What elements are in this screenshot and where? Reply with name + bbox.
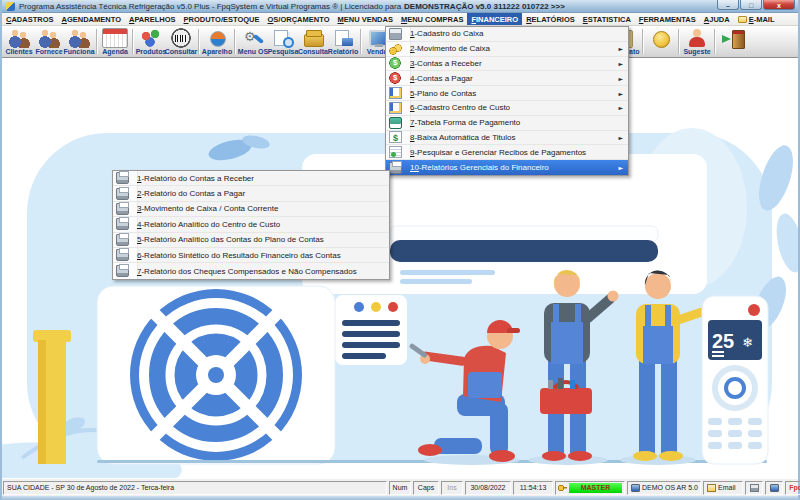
- toolbar-funcionarios[interactable]: Funciona: [64, 26, 94, 57]
- submenu-item[interactable]: 5-Relatório Analítico das Contas do Plan…: [113, 233, 389, 248]
- status-city: SUA CIDADE - SP 30 de Agosto de 2022 - T…: [3, 481, 387, 495]
- menubar-item[interactable]: OS/ORÇAMENTO: [264, 13, 334, 25]
- condenser-fan: [97, 286, 335, 464]
- status-network[interactable]: [765, 481, 783, 495]
- suppliers-icon: [36, 28, 62, 48]
- payment-form-icon: [389, 117, 402, 129]
- report-icon: [330, 28, 356, 48]
- close-button[interactable]: x: [763, 0, 795, 10]
- printer-icon: [116, 188, 129, 200]
- submenu-item[interactable]: 7-Relatório dos Cheques Compensados e Nã…: [113, 263, 389, 278]
- menubar-item[interactable]: FERRAMENTAS: [635, 13, 700, 25]
- tools-icon: [240, 28, 266, 48]
- toolbar-agenda[interactable]: Agenda: [100, 26, 130, 57]
- license-text: DEMONSTRAÇÃO v5.0 311222 010722 >>>: [404, 2, 565, 11]
- toolbar-moedas[interactable]: [646, 26, 676, 57]
- auto-settle-icon: [389, 131, 402, 143]
- toolbar-separator: [198, 29, 200, 54]
- status-date: 30/08/2022: [465, 481, 511, 495]
- minimize-button[interactable]: –: [717, 0, 739, 10]
- relatorios-gerenciais-submenu: 1-Relatório do Contas a Receber► 2-Relat…: [112, 170, 390, 280]
- toolbar-separator: [360, 29, 362, 54]
- menubar-item[interactable]: PRODUTO/ESTOQUE: [180, 13, 264, 25]
- portable-ac-unit: 25 ❄: [702, 296, 768, 464]
- submenu-item[interactable]: 1-Relatório do Contas a Receber►: [113, 171, 389, 186]
- status-printer[interactable]: [745, 481, 763, 495]
- toolbar-aparelho[interactable]: Aparelho: [202, 26, 232, 57]
- submenu-item[interactable]: 6-Relatório Sintético do Resultado Finan…: [113, 248, 389, 263]
- app-window: Programa Assistência Técnica Refrigeraçã…: [0, 0, 800, 500]
- email-menu-icon: [738, 16, 747, 23]
- device-icon: [204, 28, 230, 48]
- toolbar-separator: [678, 29, 680, 54]
- toolbar-left-group: Clientes Fornece Funciona Agenda Produto…: [4, 26, 424, 57]
- toolbar-separator: [642, 29, 644, 54]
- submenu-item[interactable]: 4-Relatório Analítico do Centro de Custo…: [113, 217, 389, 232]
- archive-icon: [300, 28, 326, 48]
- menubar-item[interactable]: ESTATISTICA: [579, 13, 635, 25]
- submenu-arrow-icon: ►: [618, 75, 623, 82]
- exit-icon: [720, 28, 746, 48]
- menu-item[interactable]: 5-Plano de Contas►: [386, 86, 628, 101]
- app-icon: [6, 2, 15, 11]
- window-frame-bottom: [2, 496, 798, 500]
- submenu-arrow-icon: ►: [618, 134, 623, 141]
- ledger-icon: [389, 87, 402, 99]
- menubar-item[interactable]: MENU VENDAS: [333, 13, 396, 25]
- menubar-item[interactable]: E-MAIL: [734, 13, 779, 25]
- snowflake-icon: ❄: [742, 335, 753, 350]
- toolbar-consulta[interactable]: Consulta: [298, 26, 328, 57]
- menu-item[interactable]: 4-Contas a Pagar►: [386, 71, 628, 86]
- toolbar-fornecedores[interactable]: Fornece: [34, 26, 64, 57]
- maximize-button[interactable]: □: [740, 0, 762, 10]
- printer-icon: [389, 162, 402, 174]
- products-icon: [138, 28, 164, 48]
- menubar-item[interactable]: MENU COMPRAS: [397, 13, 468, 25]
- toolbar-relatorio[interactable]: Relatório: [328, 26, 358, 57]
- menu-item[interactable]: 2-Movimento de Caixa►: [386, 42, 628, 57]
- submenu-item[interactable]: 3-Movimento de Caixa / Conta Corrente►: [113, 202, 389, 217]
- submenu-arrow-icon: ►: [618, 164, 623, 171]
- toolbar-sair[interactable]: [718, 26, 748, 57]
- toolbar-produtos[interactable]: Produtos: [136, 26, 166, 57]
- titlebar: Programa Assistência Técnica Refrigeraçã…: [2, 0, 798, 13]
- submenu-arrow-icon: ►: [618, 104, 623, 111]
- menubar-item[interactable]: AGENDAMENTO: [58, 13, 125, 25]
- toolbar-consultar[interactable]: Consultar: [166, 26, 196, 57]
- menubar-item[interactable]: CADASTROS: [2, 13, 58, 25]
- menu-item[interactable]: 6-Cadastro Centro de Custo►: [386, 101, 628, 116]
- menubar-item[interactable]: RELATÓRIOS: [522, 13, 579, 25]
- status-brand: FpqSystem: [785, 481, 800, 495]
- monitor-icon: [631, 484, 640, 492]
- toolbar-pesquisa[interactable]: Pesquisa: [268, 26, 298, 57]
- toolbar-clientes[interactable]: Clientes: [4, 26, 34, 57]
- printer-icon: [116, 218, 129, 230]
- ledger2-icon: [389, 102, 402, 114]
- menu-item[interactable]: 1-Cadastro do Caixa►: [386, 27, 628, 42]
- calendar-icon: [102, 28, 128, 48]
- menu-item[interactable]: 7-Tabela Forma de Pagamento►: [386, 116, 628, 131]
- toolbar-right-group: Contrato Sugeste: [610, 26, 748, 57]
- employees-icon: [66, 28, 92, 48]
- menu-item[interactable]: 9-Pesquisar e Gerenciar Recibos de Pagam…: [386, 145, 628, 160]
- ac-temperature: 25: [712, 330, 734, 352]
- key-icon: [558, 484, 567, 492]
- menubar-item[interactable]: APARELHOS: [125, 13, 180, 25]
- yellow-column: [33, 330, 71, 464]
- toolbar-separator: [132, 29, 134, 54]
- menubar-item[interactable]: FINANCEIRO: [467, 13, 522, 25]
- printer-icon: [116, 234, 129, 246]
- toolbar-menu-os[interactable]: Menu OS: [238, 26, 268, 57]
- toolbar-sugestao[interactable]: Sugeste: [682, 26, 712, 57]
- toolbar-separator: [714, 29, 716, 54]
- submenu-item[interactable]: 2-Relatório do Contas a Pagar►: [113, 186, 389, 201]
- printer-icon: [116, 172, 129, 184]
- printer-icon: [116, 249, 129, 261]
- menu-item[interactable]: 8-Baixa Automática de Titulos►: [386, 131, 628, 146]
- coin-icon: [648, 28, 674, 48]
- menu-item[interactable]: 3-Contas a Receber►: [386, 57, 628, 72]
- menu-item[interactable]: 10-Relatórios Gerenciais do Financeiro►: [386, 160, 628, 175]
- menubar-item[interactable]: AJUDA: [700, 13, 734, 25]
- checklist-panel: [335, 295, 407, 365]
- status-email[interactable]: Email: [703, 481, 743, 495]
